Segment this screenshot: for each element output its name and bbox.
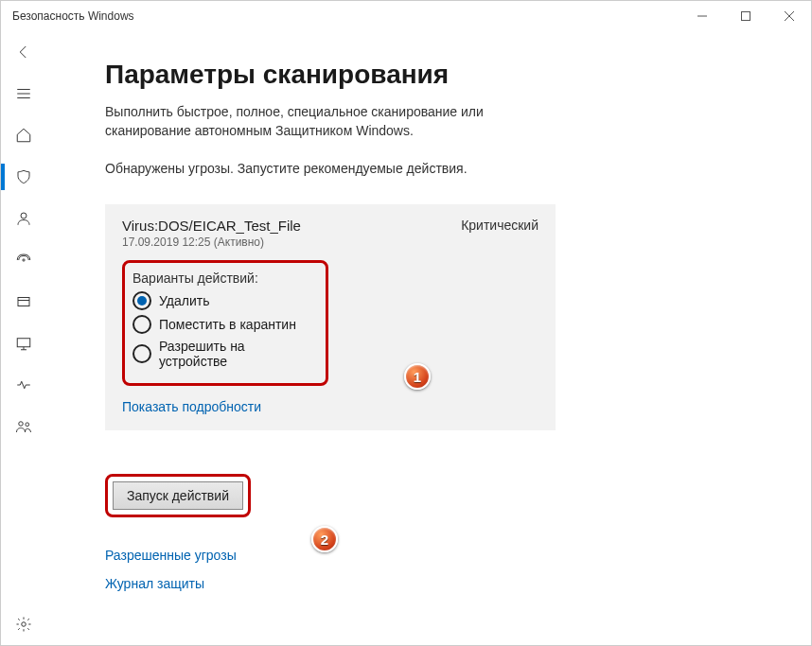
svg-rect-1 — [742, 12, 750, 21]
sidebar-item-firewall[interactable] — [1, 239, 46, 281]
threat-card: Virus:DOS/EICAR_Test_File 17.09.2019 12:… — [105, 204, 556, 430]
threat-severity: Критический — [461, 218, 538, 233]
page-description: Выполнить быстрое, полное, специальное с… — [105, 103, 521, 140]
titlebar: Безопасность Windows — [1, 1, 811, 31]
annotation-callout-2: 2 — [311, 526, 338, 552]
radio-label: Разрешить на устройстве — [159, 339, 314, 369]
radio-icon — [132, 344, 151, 363]
sidebar-item-settings[interactable] — [1, 603, 46, 645]
sidebar-item-account[interactable] — [1, 198, 46, 239]
threat-name: Virus:DOS/EICAR_Test_File — [122, 218, 301, 234]
sidebar-item-home[interactable] — [1, 114, 46, 156]
svg-point-14 — [19, 422, 24, 427]
annotation-callout-1: 1 — [404, 363, 431, 390]
action-options-box: Варианты действий: Удалить Поместить в к… — [122, 260, 328, 386]
show-details-link[interactable]: Показать подробности — [122, 399, 261, 414]
radio-option-quarantine[interactable]: Поместить в карантин — [132, 315, 314, 334]
sidebar-item-device-health[interactable] — [1, 364, 46, 406]
bottom-links: Разрешенные угрозы Журнал защиты — [105, 548, 773, 591]
threat-timestamp: 17.09.2019 12:25 (Активно) — [122, 236, 301, 249]
protection-history-link[interactable]: Журнал защиты — [105, 576, 773, 591]
radio-icon — [132, 315, 151, 334]
svg-point-15 — [26, 423, 29, 427]
status-text: Обнаружены угрозы. Запустите рекомендуем… — [105, 161, 773, 176]
menu-button[interactable] — [1, 73, 46, 114]
radio-option-remove[interactable]: Удалить — [132, 291, 314, 310]
options-title: Варианты действий: — [132, 271, 314, 286]
sidebar-item-device-security[interactable] — [1, 323, 46, 364]
start-actions-button[interactable]: Запуск действий — [113, 481, 243, 510]
sidebar-item-family[interactable] — [1, 406, 46, 447]
sidebar-item-virus-protection[interactable] — [1, 156, 46, 198]
allowed-threats-link[interactable]: Разрешенные угрозы — [105, 548, 773, 563]
close-button[interactable] — [768, 1, 811, 31]
svg-point-8 — [23, 259, 25, 261]
action-button-highlight: Запуск действий — [105, 474, 251, 517]
radio-label: Удалить — [159, 293, 209, 308]
svg-rect-9 — [18, 298, 29, 306]
svg-rect-11 — [17, 339, 30, 347]
radio-icon — [132, 291, 151, 310]
radio-label: Поместить в карантин — [159, 317, 296, 332]
window-controls — [680, 1, 811, 31]
radio-option-allow[interactable]: Разрешить на устройстве — [132, 339, 314, 369]
svg-point-16 — [22, 622, 26, 627]
maximize-button[interactable] — [724, 1, 768, 31]
sidebar-item-app-control[interactable] — [1, 281, 46, 323]
content-area: Параметры сканирования Выполнить быстрое… — [46, 31, 811, 645]
back-button[interactable] — [1, 31, 46, 73]
page-heading: Параметры сканирования — [105, 60, 773, 90]
svg-point-7 — [21, 213, 26, 218]
window-title: Безопасность Windows — [12, 9, 134, 23]
sidebar — [1, 31, 46, 645]
minimize-button[interactable] — [680, 1, 724, 31]
